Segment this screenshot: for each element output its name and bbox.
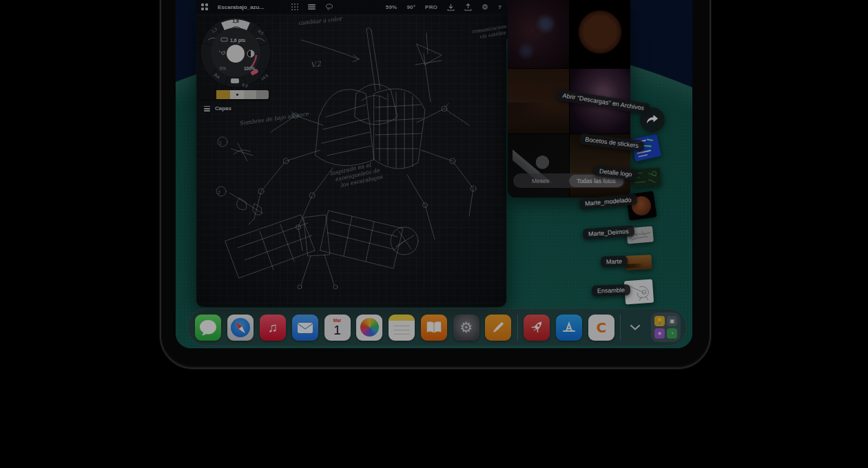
opacity-min: 0% bbox=[220, 66, 227, 71]
size-readout: 1,6 pts bbox=[230, 38, 245, 43]
appstore-a-icon bbox=[561, 320, 577, 335]
thumb-mars-landscape bbox=[625, 255, 652, 270]
pen-icon bbox=[490, 319, 506, 336]
rotation-value[interactable]: 90° bbox=[402, 0, 420, 14]
dock-app-notes[interactable] bbox=[389, 315, 415, 341]
layers-stack-icon[interactable] bbox=[303, 0, 320, 14]
segment-months[interactable]: Meses bbox=[513, 175, 568, 187]
c-app-glyph: C bbox=[596, 319, 606, 336]
circled-number-1: 1 bbox=[219, 140, 223, 146]
sketch-app-window: 1 2 cambiar a color comunicacionesvía sa… bbox=[196, 0, 506, 307]
pro-button[interactable]: PRO bbox=[420, 0, 442, 14]
fill-tool-icon[interactable] bbox=[231, 78, 239, 83]
bottom-brush-size: 8,9 bbox=[242, 83, 249, 88]
dock-app-books[interactable] bbox=[421, 315, 447, 341]
grid-settings-icon[interactable] bbox=[287, 0, 303, 14]
lasso-icon[interactable] bbox=[320, 0, 338, 14]
dock-divider bbox=[620, 315, 621, 341]
mini-app-green-clock: ◔ bbox=[667, 328, 677, 339]
dock-collapse-chevron[interactable] bbox=[625, 315, 645, 341]
dock-app-settings[interactable]: ⚙ bbox=[453, 315, 479, 341]
photo-space-probe[interactable] bbox=[508, 134, 569, 198]
export-share-icon[interactable] bbox=[459, 0, 477, 14]
opacity-max: 100% bbox=[244, 66, 256, 71]
photos-flower-icon bbox=[360, 318, 379, 337]
chevron-down-icon bbox=[630, 324, 641, 330]
annotation-version: V.2 bbox=[310, 60, 322, 70]
photo-mars-globe[interactable] bbox=[570, 0, 631, 68]
messages-bubble-icon bbox=[195, 315, 221, 341]
dock-app-messages[interactable] bbox=[195, 315, 221, 341]
layers-label: Capas bbox=[215, 105, 231, 111]
drag-share-badge bbox=[640, 107, 665, 132]
music-note-icon: ♫ bbox=[260, 315, 286, 341]
photo-horsehead-nebula[interactable] bbox=[508, 0, 569, 68]
rocket-icon bbox=[528, 319, 546, 337]
mini-app-yellow-tips: 💡 bbox=[654, 316, 665, 326]
zoom-level[interactable]: 59% bbox=[381, 0, 402, 14]
swatch-selected[interactable] bbox=[230, 90, 244, 99]
marketing-canvas: 1 2 cambiar a color comunicacionesvía sa… bbox=[0, 0, 868, 468]
dock-app-photos[interactable] bbox=[356, 315, 382, 341]
swatch-black[interactable] bbox=[200, 90, 216, 99]
dock-app-c-app[interactable]: C bbox=[588, 315, 614, 341]
dock-app-music[interactable]: ♫ bbox=[260, 315, 286, 341]
download-icon[interactable] bbox=[442, 0, 459, 14]
photo-mars-desert[interactable] bbox=[508, 69, 569, 134]
active-brush-size: 1,6 bbox=[232, 19, 239, 24]
drag-item-label: Marte bbox=[601, 255, 628, 267]
settings-gear-icon[interactable]: ⚙ bbox=[477, 0, 493, 14]
dock-app-app-store[interactable] bbox=[556, 315, 582, 341]
dock-app-mail[interactable] bbox=[292, 315, 318, 341]
apps-grid-icon[interactable] bbox=[196, 0, 213, 14]
dock-app-safari[interactable] bbox=[227, 315, 254, 341]
sketch-toolbar: Escarabajo_azu... 59% 90° PRO ⚙ ? bbox=[196, 0, 506, 14]
mini-app-purple-star: ★ bbox=[654, 328, 665, 339]
mail-envelope-icon bbox=[292, 315, 318, 341]
books-icon bbox=[426, 321, 442, 334]
swatch-light-gray[interactable] bbox=[244, 90, 256, 99]
dock-app-calendar[interactable]: Mar 1 bbox=[324, 315, 351, 341]
drag-item-label: Ensamble bbox=[592, 284, 631, 297]
mini-app-gray-camera: ▣ bbox=[667, 316, 677, 326]
dock: ♫ Mar 1 ⚙ bbox=[187, 308, 687, 346]
calendar-day: 1 bbox=[333, 323, 341, 337]
swatch-gray[interactable] bbox=[256, 90, 269, 99]
ipad-screen: 1 2 cambiar a color comunicacionesvía sa… bbox=[176, 0, 692, 348]
document-title[interactable]: Escarabajo_azu... bbox=[213, 0, 269, 14]
layers-menu-icon[interactable] bbox=[204, 105, 210, 113]
color-preview[interactable] bbox=[227, 45, 245, 63]
circled-number-2: 2 bbox=[218, 189, 221, 195]
radial-tool-palette[interactable]: 1,6 1,3 8,5 Aa 14,5 8,9 1,6 pts bbox=[198, 15, 273, 89]
dock-app-library[interactable]: 💡 ▣ ★ ◔ bbox=[651, 312, 681, 342]
settings-gear-glyph: ⚙ bbox=[459, 319, 473, 336]
help-icon[interactable]: ? bbox=[493, 0, 506, 14]
dock-app-rocket[interactable] bbox=[524, 315, 550, 341]
safari-compass-icon bbox=[227, 315, 254, 341]
color-swatch-bar[interactable] bbox=[200, 90, 269, 99]
dock-divider bbox=[517, 315, 518, 341]
share-arrow-icon bbox=[646, 114, 659, 125]
dock-app-linea-sketch[interactable] bbox=[485, 315, 511, 341]
swatch-gold[interactable] bbox=[216, 90, 230, 99]
